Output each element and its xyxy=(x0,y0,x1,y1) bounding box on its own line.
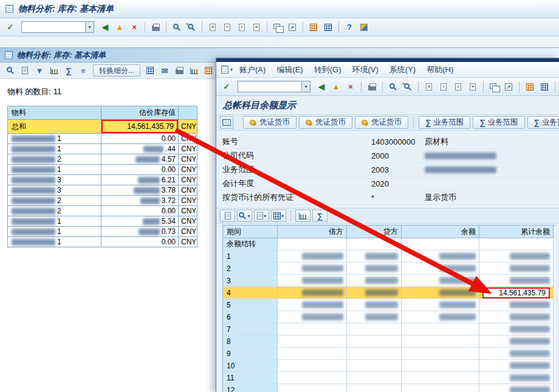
gl-command-input[interactable] xyxy=(238,83,301,91)
credit-cell[interactable] xyxy=(347,299,402,311)
material-row[interactable]: 24.57CNY xyxy=(8,154,197,165)
find-next-icon[interactable] xyxy=(401,80,414,94)
currency-cell[interactable]: CNY xyxy=(179,185,197,196)
shortcut-icon[interactable]: ↗ xyxy=(502,80,515,94)
table-view-button[interactable] xyxy=(220,116,233,129)
material-name-cell[interactable]: 1 xyxy=(8,144,101,154)
debit-cell[interactable] xyxy=(278,263,347,275)
prev-page-icon[interactable]: ‹ xyxy=(221,21,234,34)
material-row[interactable]: 1.44CNY xyxy=(8,144,197,154)
balance-cell[interactable] xyxy=(402,360,479,372)
balance-cell[interactable] xyxy=(402,348,479,360)
subtotal-icon[interactable]: ≡ xyxy=(77,64,90,77)
balance-cell[interactable] xyxy=(402,335,479,348)
material-name-cell[interactable]: 1 xyxy=(8,165,101,175)
material-name-cell[interactable]: 3 xyxy=(8,185,101,196)
material-row[interactable]: 10.00CNY xyxy=(8,237,197,247)
cumulative-cell[interactable] xyxy=(479,250,554,263)
command-input[interactable] xyxy=(22,23,85,32)
cumulative-cell[interactable]: 14,561,435.79 xyxy=(479,287,554,299)
credit-cell[interactable] xyxy=(347,335,402,348)
credit-cell[interactable] xyxy=(347,275,402,287)
credit-cell[interactable] xyxy=(347,372,402,384)
doc-currency-button-3[interactable]: 凭证货币 xyxy=(355,116,408,129)
chart-icon[interactable] xyxy=(295,210,310,222)
new-session-icon[interactable] xyxy=(487,80,501,94)
gl-header-credit[interactable]: 贷方 xyxy=(347,225,402,238)
cumulative-cell[interactable] xyxy=(479,263,554,275)
cumulative-cell[interactable] xyxy=(479,335,554,348)
menu-item-6[interactable]: 帮助(H) xyxy=(421,63,459,77)
prev-page-icon[interactable]: ‹ xyxy=(437,80,450,94)
menu-item-5[interactable]: 系统(Y) xyxy=(384,63,421,77)
cumulative-cell[interactable] xyxy=(479,348,554,360)
export-combo-icon[interactable]: ▾ xyxy=(254,210,269,222)
period-cell[interactable]: 3 xyxy=(223,275,278,287)
gl-row-8[interactable]: 8 xyxy=(223,335,556,348)
credit-cell[interactable] xyxy=(347,238,402,250)
sum-icon[interactable]: ∑ xyxy=(62,64,75,77)
search-icon[interactable] xyxy=(4,64,17,77)
last-page-icon[interactable]: » xyxy=(250,21,263,34)
period-cell[interactable]: 8 xyxy=(223,335,278,348)
gl-header-period[interactable]: 期间 xyxy=(223,225,278,238)
balance-cell[interactable] xyxy=(402,250,479,263)
gl-header-debit[interactable]: 借方 xyxy=(278,225,347,238)
gl-row-2[interactable]: 2 xyxy=(223,263,556,275)
grid-settings-icon[interactable] xyxy=(307,21,320,34)
period-cell[interactable]: 2 xyxy=(223,263,278,275)
cumulative-cell[interactable] xyxy=(479,238,554,250)
period-cell[interactable]: 6 xyxy=(223,311,278,323)
cumulative-cell[interactable] xyxy=(479,372,554,384)
debit-cell[interactable] xyxy=(278,238,347,250)
cumulative-cell[interactable] xyxy=(479,360,554,372)
header-cell-currency[interactable] xyxy=(179,106,197,120)
material-name-cell[interactable]: 3 xyxy=(8,175,101,185)
doc-currency-button-2[interactable]: 凭证货币 xyxy=(299,116,352,129)
filter-icon[interactable]: ▼ xyxy=(33,64,46,77)
currency-cell[interactable]: CNY xyxy=(179,206,197,216)
period-cell[interactable]: 9 xyxy=(223,348,278,360)
first-page-icon[interactable]: « xyxy=(206,21,219,34)
next-page-icon[interactable]: › xyxy=(235,21,249,34)
total-currency-cell[interactable]: CNY xyxy=(179,120,197,134)
period-cell[interactable]: 1 xyxy=(223,250,278,263)
stock-value-cell[interactable]: 0.00 xyxy=(101,134,179,144)
material-name-cell[interactable]: 2 xyxy=(8,154,101,165)
last-page-icon[interactable]: » xyxy=(466,80,479,94)
material-row[interactable]: 20.00CNY xyxy=(8,206,197,216)
debit-cell[interactable] xyxy=(278,360,347,372)
mail-icon[interactable]: ✉ xyxy=(158,64,171,77)
menu-page-icon[interactable] xyxy=(221,66,228,74)
layout-combo-icon[interactable]: ▾ xyxy=(271,210,286,222)
gl-row-10[interactable]: 10 xyxy=(223,360,556,372)
stock-value-cell[interactable]: 0.73 xyxy=(101,227,179,237)
balance-cell[interactable] xyxy=(402,384,479,392)
header-cell-material[interactable]: 物料 xyxy=(8,106,101,120)
credit-cell[interactable] xyxy=(347,263,402,275)
debit-cell[interactable] xyxy=(278,384,347,392)
debit-cell[interactable] xyxy=(278,335,347,348)
stock-value-cell[interactable]: 3.72 xyxy=(101,196,179,206)
table-view-icon[interactable] xyxy=(321,21,335,34)
hierarchy-icon[interactable] xyxy=(143,64,157,77)
period-cell[interactable]: 7 xyxy=(223,323,278,335)
back-icon[interactable]: ◀ xyxy=(315,80,328,94)
currency-cell[interactable]: CNY xyxy=(179,216,197,227)
cancel-icon[interactable]: × xyxy=(128,21,141,34)
material-name-cell[interactable]: 1 xyxy=(8,237,101,247)
currency-cell[interactable]: CNY xyxy=(179,196,197,206)
material-row[interactable]: 10.73CNY xyxy=(8,227,197,237)
gl-row-1[interactable]: 1 xyxy=(223,250,556,263)
credit-cell[interactable] xyxy=(347,360,402,372)
balance-cell[interactable] xyxy=(402,372,479,384)
total-label-cell[interactable]: 总和 xyxy=(8,120,101,134)
first-page-icon[interactable]: « xyxy=(422,80,436,94)
gl-row-12[interactable]: 12 xyxy=(223,384,556,392)
header-cell-stock-value[interactable]: 估价库存值 xyxy=(101,106,179,120)
period-cell[interactable]: 12 xyxy=(223,384,278,392)
total-value-cell[interactable]: 14,561,435.79 xyxy=(101,120,179,134)
chart-icon[interactable] xyxy=(47,64,61,77)
gl-row-5[interactable]: 5 xyxy=(223,299,556,311)
menu-item-3[interactable]: 转到(G) xyxy=(309,63,347,77)
